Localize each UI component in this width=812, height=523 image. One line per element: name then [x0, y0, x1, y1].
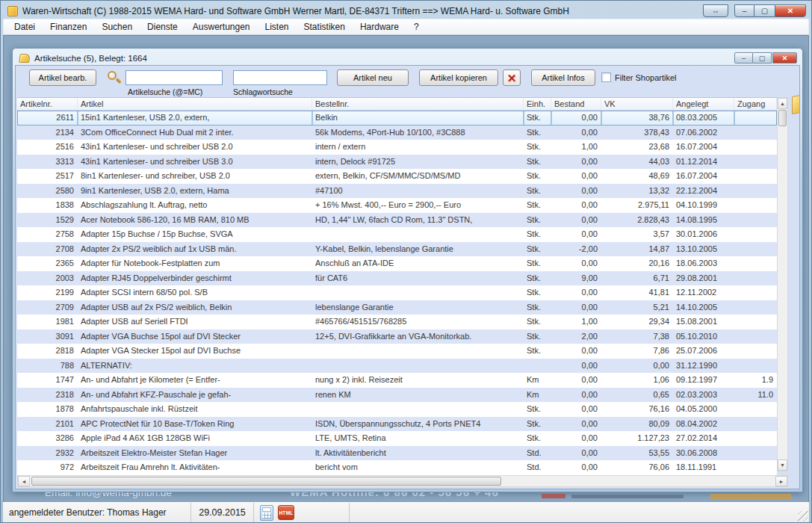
column-header-3[interactable]: Bestellnr.	[312, 98, 524, 110]
menu-item-6[interactable]: Listen	[258, 19, 297, 34]
table-row[interactable]: 2758Adapter 15p Buchse / 15p Buchse, SVG…	[17, 227, 777, 242]
table-row[interactable]: 2709Adapter USB auf 2x PS/2 weiblich, Be…	[17, 300, 777, 315]
vertical-scrollbar[interactable]: ▲ ▼	[777, 97, 788, 471]
table-row[interactable]: 972Arbeitszeit Frau Amrehn lt. Aktivität…	[17, 460, 777, 475]
vertical-scroll-track[interactable]	[778, 127, 787, 459]
arrange-windows-button[interactable]: ⇔	[703, 4, 728, 17]
horizontal-scroll-thumb[interactable]	[31, 477, 501, 486]
minimize-button[interactable]: –	[734, 4, 754, 17]
child-maximize-button[interactable]: ▢	[753, 52, 772, 64]
table-row[interactable]: 2932Arbeitszeit Elektro-Meister Stefan H…	[17, 446, 777, 461]
table-row[interactable]: 1747An- und Abfahrt je Kilometer (= Entf…	[17, 373, 777, 388]
table-row[interactable]: 1981Adapter USB auf Seriell FTDI#465766/…	[17, 315, 777, 329]
table-cell: APC ProtectNet für 10 Base-T/Token Ring	[78, 417, 312, 432]
menu-item-8[interactable]: Hardware	[353, 19, 406, 34]
calculator-icon[interactable]	[260, 505, 273, 521]
menu-item-4[interactable]: Dienste	[140, 19, 185, 34]
table-cell: 2.828,43	[601, 213, 673, 228]
table-cell: 7,86	[601, 344, 673, 359]
html-icon[interactable]: HTML	[278, 505, 294, 520]
table-cell: 2365	[17, 256, 78, 271]
table-cell: 07.06.2002	[673, 126, 734, 140]
column-header-8[interactable]: Zugang	[734, 98, 777, 110]
horizontal-scrollbar[interactable]: ◄ ►	[17, 475, 788, 487]
table-cell	[734, 198, 777, 213]
table-cell: 2199	[17, 285, 78, 300]
scroll-down-button[interactable]: ▼	[778, 459, 787, 471]
menu-item-7[interactable]: Statistiken	[297, 19, 353, 34]
table-cell: 13.10.2005	[673, 242, 734, 257]
table-cell: 0,00	[551, 373, 601, 388]
table-cell: #465766/451515/768285	[312, 315, 524, 329]
table-row[interactable]: 2318An- und Abfahrt KFZ-Pauschale je gef…	[17, 388, 777, 403]
column-header-6[interactable]: VK	[601, 98, 673, 110]
menu-item-9[interactable]: ?	[406, 19, 427, 34]
table-cell: 18.06.2003	[673, 256, 734, 271]
table-cell: Adapter SCSI intern 68/50 pol. S/B	[78, 285, 312, 300]
table-cell: 0,00	[551, 111, 601, 126]
table-row[interactable]: 261115in1 Kartenleser, USB 2.0, extern,B…	[17, 111, 777, 126]
filter-shopartikel-checkbox[interactable]	[601, 72, 611, 82]
scroll-up-button[interactable]: ▲	[778, 98, 787, 109]
artikelsuche-input[interactable]	[125, 70, 223, 85]
column-header-5[interactable]: Bestand	[551, 98, 601, 110]
table-row[interactable]: 2708Adapter 2x PS/2 weiblich auf 1x USB …	[17, 242, 777, 257]
artikel-infos-button[interactable]: Artikel Infos	[531, 69, 595, 86]
filter-shopartikel-checkbox-group[interactable]: Filter Shopartikel	[601, 72, 677, 82]
table-row[interactable]: 331343in1 Kartenleser- und schreiber USB…	[17, 155, 777, 170]
column-header-2[interactable]: Artikel	[78, 98, 312, 110]
table-cell: 0,00	[551, 169, 601, 184]
table-row[interactable]: 2199Adapter SCSI intern 68/50 pol. S/BSt…	[17, 285, 777, 300]
table-cell: 7,38	[601, 329, 673, 344]
table-row[interactable]: 3091Adapter VGA Buchse 15pol auf DVI Ste…	[17, 329, 777, 344]
child-title-bar[interactable]: Artikelsuche (5), Belegt: 1664 – ▢ ✕	[15, 50, 800, 65]
table-cell: bericht vom	[312, 460, 524, 475]
child-minimize-button[interactable]: –	[734, 52, 753, 64]
scroll-right-button[interactable]: ►	[775, 476, 787, 486]
table-cell	[734, 184, 777, 199]
table-row[interactable]: 25809in1 Kartenleser, USB 2.0, extern, H…	[17, 184, 777, 199]
close-button[interactable]: ✕	[775, 4, 806, 17]
table-row[interactable]: 1838Abschlagszahlung lt. Auftrag, netto+…	[17, 198, 777, 213]
delete-x-icon: ✕	[507, 72, 517, 84]
table-row[interactable]: 25178in1 Kartenleser- und schreiber, USB…	[17, 169, 777, 184]
table-row[interactable]: 1878Anfahrtspauschale inkl. RüstzeitStk.…	[17, 402, 777, 417]
table-row[interactable]: 251643in1 Kartenleser- und schreiber USB…	[17, 140, 777, 155]
table-row[interactable]: 3286Apple iPad 4 A6X 1GB 128GB WiFiLTE, …	[17, 431, 777, 446]
table-cell: 2.975,11	[601, 198, 673, 213]
artikel-neu-button[interactable]: Artikel neu	[337, 69, 409, 86]
vertical-scroll-thumb[interactable]	[778, 110, 787, 126]
table-row[interactable]: 788ALTERNATIV:0,000,0031.12.1990	[17, 359, 777, 374]
table-row[interactable]: 1529Acer Notebook 586-120, 16 MB RAM, 81…	[17, 213, 777, 228]
table-cell: An- und Abfahrt KFZ-Pauschale je gefah-	[78, 388, 312, 403]
table-row[interactable]: 2003Adapter RJ45 Doppelverbinder geschir…	[17, 271, 777, 286]
table-row[interactable]: 2101APC ProtectNet für 10 Base-T/Token R…	[17, 417, 777, 432]
table-cell: 1,00	[551, 315, 601, 329]
child-close-button[interactable]: ✕	[772, 52, 797, 64]
table-cell: -2,00	[551, 242, 601, 257]
menu-item-1[interactable]: Datei	[7, 19, 43, 34]
status-icons: HTML	[254, 503, 350, 522]
column-header-7[interactable]: Angelegt	[673, 98, 734, 110]
table-row[interactable]: 2818Adapter VGA Stecker 15pol auf DVI Bu…	[17, 344, 777, 359]
delete-button[interactable]: ✕	[503, 69, 521, 86]
title-bar[interactable]: Waren-Wirtschaft (C) 1988-2015 WEMA Hard…	[3, 1, 809, 19]
resize-grip-icon[interactable]	[798, 511, 808, 522]
menu-item-5[interactable]: Auswertungen	[185, 19, 258, 34]
column-header-1[interactable]: Artikelnr.	[17, 98, 78, 110]
scroll-left-button[interactable]: ◄	[18, 476, 30, 486]
table-cell: 12.11.2002	[673, 285, 734, 300]
horizontal-scroll-track[interactable]	[30, 476, 775, 486]
column-header-4[interactable]: Einh.	[524, 98, 551, 110]
table-cell: Stk.	[524, 329, 551, 344]
menu-item-2[interactable]: Finanzen	[43, 19, 94, 34]
artikel-bearbeiten-button[interactable]: Artikel bearb.	[29, 69, 96, 86]
table-cell: für CAT6	[312, 271, 524, 286]
menu-item-3[interactable]: Suchen	[94, 19, 140, 34]
table-row[interactable]: 2365Adapter für Notebook-Festplatten zum…	[17, 256, 777, 271]
maximize-button[interactable]: ▢	[754, 4, 775, 17]
banner-fragment-red	[542, 494, 565, 498]
artikel-kopieren-button[interactable]: Artikel kopieren	[419, 69, 498, 86]
schlagwortsuche-input[interactable]	[233, 70, 327, 85]
table-row[interactable]: 21343Com OfficeConnect Hub Dual mit 2 in…	[17, 126, 777, 140]
